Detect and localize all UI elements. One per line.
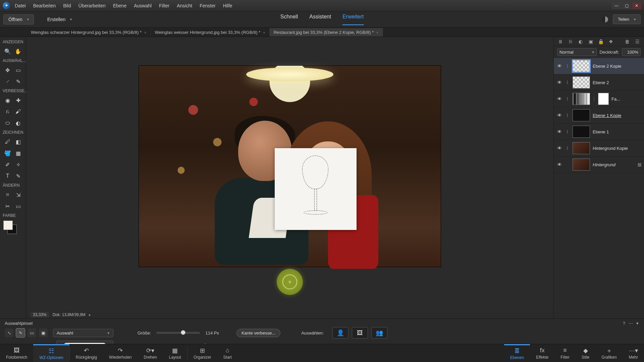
layer-row[interactable]: 👁 ⦚ Ebene 1 Kopie [554,107,644,124]
window-maximize-button[interactable]: ▢ [622,2,631,9]
pasted-layer-overlay[interactable] [275,148,357,230]
menu-ueberarbeiten[interactable]: Überarbeiten [78,3,106,8]
visibility-toggle-icon[interactable]: 👁 [556,129,562,134]
shape-tool-icon[interactable]: ✧ [14,160,23,169]
document-tab[interactable]: Restaurant.jpg bei 33,3% (Ebene 2 Kopie,… [270,28,383,37]
document-canvas[interactable] [139,66,441,267]
layer-thumbnail[interactable] [573,76,590,88]
layer-row[interactable]: 👁 ⦚ Ebene 2 [554,74,644,91]
selection-brush-b-icon[interactable]: ✎ [16,328,25,337]
layer-thumbnail[interactable] [573,126,590,138]
layer-name[interactable]: Ebene 1 [593,129,641,134]
eraser-tool-icon[interactable]: ◧ [14,137,23,146]
collapse-icon[interactable]: ▾ [636,321,639,326]
blend-mode-select[interactable]: Normal ▾ [557,48,597,56]
window-close-button[interactable]: ✕ [632,2,641,9]
link-icon[interactable]: ⦚ [565,113,570,118]
straighten-tool-icon[interactable]: ▭ [14,202,23,210]
select-subject-button[interactable]: 👤 [332,327,348,339]
gradient-tool-icon[interactable]: ▦ [14,149,23,158]
layer-name[interactable]: Hintergrund Kopie [593,146,641,151]
layer-row[interactable]: 👁 ⦚ Ebene 2 Kopie [554,58,644,74]
menu-bearbeiten[interactable]: Bearbeiten [33,3,56,8]
filters-tab-button[interactable]: ≡ Filter [554,344,576,362]
layer-name[interactable]: Ebene 1 Kopie [593,113,641,118]
redeye-tool-icon[interactable]: ◉ [3,96,12,105]
graphics-tab-button[interactable]: ＋ Grafiken [595,344,623,362]
type-tool-icon[interactable]: T [3,172,12,180]
mode-select[interactable]: Auswahl ▾ [53,329,113,337]
panel-menu-icon[interactable]: ☰ [634,39,641,45]
layer-row[interactable]: 👁 ⦚ ⦚ Fa... [554,91,644,107]
selection-brush-d-icon[interactable]: ▣ [39,328,48,337]
content-move-tool-icon[interactable]: ✂ [3,202,12,210]
rotate-button[interactable]: ⟳▾ Drehen [138,344,163,362]
mode-tab-expert[interactable]: Erweitert [342,14,364,25]
layer-thumbnail[interactable] [573,142,590,154]
photobin-button[interactable]: 🖼 Fotobereich [0,344,33,362]
layer-row[interactable]: 👁 ⦚ Hintergrund Kopie [554,140,644,157]
layer-row[interactable]: 👁 Hintergrund ▨ [554,157,644,173]
layout-button[interactable]: ▦ Layout [163,344,187,362]
layer-thumbnail[interactable] [573,109,590,121]
open-button[interactable]: Öffnen ▾ [3,14,34,24]
lock-icon[interactable]: 🔒 [597,39,604,45]
organizer-button[interactable]: ⊞ Organizer [187,344,217,362]
status-chevron-icon[interactable]: ▸ [89,312,91,317]
mode-tab-guided[interactable]: Assistent [309,14,331,25]
tool-options-button[interactable]: ☷ WZ-Optionen [33,344,69,362]
undo-button[interactable]: ↶ Rückgängig [70,344,103,362]
menu-hilfe[interactable]: Hilfe [223,3,232,8]
selection-brush-c-icon[interactable]: ▭ [28,328,36,337]
layer-name[interactable]: Fa... [611,97,641,102]
menu-fenster[interactable]: Fenster [200,3,215,8]
sponge-tool-icon[interactable]: ◐ [14,119,23,127]
fill-tool-icon[interactable]: 🪣 [3,149,12,158]
visibility-toggle-icon[interactable]: 👁 [556,96,562,102]
zoom-tool-icon[interactable]: 🔍 [3,47,12,56]
redo-button[interactable]: ↷ Wiederholen [103,344,138,362]
layer-name[interactable]: Hintergrund [593,162,635,167]
more-tab-button[interactable]: ⋯▾ Mehr [623,344,644,362]
quick-select-tool-icon[interactable]: ✎ [14,77,23,86]
close-icon[interactable]: × [263,31,265,35]
link-icon[interactable]: ⦚ [565,64,570,68]
spot-heal-tool-icon[interactable]: ✚ [14,96,23,105]
lock-icon[interactable]: ▨ [638,162,641,167]
eyedropper-tool-icon[interactable]: ✐ [3,160,12,169]
crop-tool-icon[interactable]: ⌗ [3,190,12,199]
menu-ebene[interactable]: Ebene [113,3,126,8]
mode-tab-quick[interactable]: Schnell [280,14,298,25]
mask-icon[interactable]: ▣ [587,39,594,45]
close-icon[interactable]: × [144,31,146,35]
close-icon[interactable]: × [376,31,378,35]
layers-tab-button[interactable]: ≣ Ebenen [504,344,530,362]
layer-group-icon[interactable]: ⎘ [567,39,574,45]
layer-thumbnail[interactable] [573,60,590,72]
visibility-toggle-icon[interactable]: 👁 [556,145,562,151]
pencil-tool-icon[interactable]: ✎ [14,172,23,180]
brush-tool-icon[interactable]: 🖊 [3,137,12,146]
new-layer-icon[interactable]: 🗎 [557,39,564,45]
marquee-tool-icon[interactable]: ▭ [14,66,23,74]
select-background-button[interactable]: 👥 [371,327,387,339]
menu-bild[interactable]: Bild [63,3,71,8]
layer-thumbnail[interactable] [573,159,590,171]
more-icon[interactable]: ⋯ [629,321,633,326]
opacity-input[interactable]: 100% [622,48,641,56]
help-icon[interactable]: ? [623,321,625,326]
menu-filter[interactable]: Filter [159,3,169,8]
selection-brush-a-icon[interactable]: ⤡ [5,328,13,337]
menu-datei[interactable]: Datei [15,3,26,8]
layer-name[interactable]: Ebene 2 [593,80,641,85]
document-tab[interactable]: Weinglas schwarzer Hintergrund.jpg bei 3… [27,28,151,37]
link-layers-icon[interactable]: ❖ [607,39,614,45]
visibility-toggle-icon[interactable]: 👁 [556,113,562,118]
mask-thumbnail[interactable] [598,93,609,105]
smart-brush-tool-icon[interactable]: 🖌 [14,107,23,116]
effects-tab-button[interactable]: fx Effekte [530,344,554,362]
hand-tool-icon[interactable]: ✋ [14,47,23,56]
layer-row[interactable]: 👁 ⦚ Ebene 1 [554,124,644,140]
refine-edge-button[interactable]: Kante verbesse... [236,329,280,337]
link-icon[interactable]: ⦚ [565,97,570,101]
